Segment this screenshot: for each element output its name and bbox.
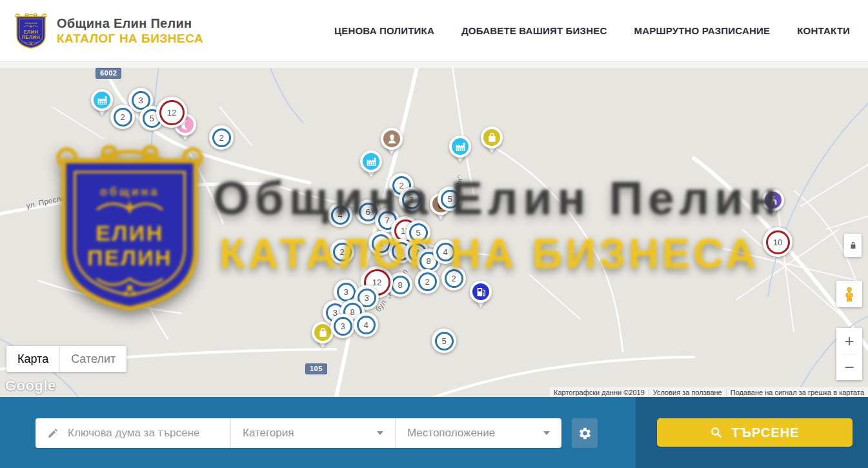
municipality-crest-logo — [14, 11, 48, 51]
nav-item-contacts[interactable]: КОНТАКТИ — [797, 25, 850, 36]
brand[interactable]: Община Елин Пелин КАТАЛОГ НА БИЗНЕСА — [14, 11, 203, 51]
bag-icon — [481, 127, 503, 148]
markers-layer: 32512223546713542278422812333834510 — [0, 68, 868, 397]
cluster-count: 3 — [364, 293, 368, 303]
map-pin-factory[interactable] — [91, 89, 113, 111]
search-bar: ТЪРСЕНЕ Категория Местоположение — [0, 397, 868, 468]
attribution-copyright: Картографски данни ©2019 — [550, 389, 649, 396]
search-fields: Категория Местоположение — [35, 418, 561, 448]
map-cluster-marker[interactable]: 5 — [432, 329, 456, 353]
map-pin-bag[interactable] — [481, 127, 503, 148]
lock-button[interactable] — [844, 234, 862, 257]
nav-item-pricing-policy[interactable]: ЦЕНОВА ПОЛИТИКА — [334, 25, 434, 36]
brand-title: Община Елин Пелин — [57, 16, 203, 31]
nav-item-add-your-business[interactable]: ДОБАВЕТЕ ВАШИЯТ БИЗНЕС — [461, 25, 607, 36]
cluster-count: 8 — [398, 280, 402, 290]
main-nav: ЦЕНОВА ПОЛИТИКА ДОБАВЕТЕ ВАШИЯТ БИЗНЕС М… — [334, 25, 850, 36]
cluster-count: 4 — [443, 247, 447, 257]
pegman-icon — [841, 286, 858, 303]
map-type-control: Карта Сателит — [6, 346, 126, 372]
header: Община Елин Пелин КАТАЛОГ НА БИЗНЕСА ЦЕН… — [0, 0, 868, 61]
map-cluster-marker[interactable]: 4 — [433, 239, 458, 264]
gear-icon — [578, 427, 592, 440]
cluster-count: 4 — [338, 210, 342, 220]
map-cluster-marker[interactable]: 12 — [156, 97, 187, 128]
factory-icon — [449, 136, 471, 158]
cluster-count: 2 — [398, 247, 403, 256]
cluster-count: 3 — [409, 195, 413, 205]
cluster-count: 12 — [372, 278, 381, 287]
cluster-count: 2 — [451, 274, 456, 283]
fuel-icon — [470, 281, 492, 303]
location-select-label: Местоположение — [407, 427, 495, 440]
cluster-count: 5 — [441, 336, 446, 346]
cluster-count: 12 — [167, 108, 176, 117]
cluster-count: 4 — [378, 239, 383, 249]
map-cluster-marker[interactable]: 2 — [209, 125, 234, 150]
nav-item-route-schedule[interactable]: МАРШРУТНО РАЗПИСАНИЕ — [634, 25, 770, 36]
cluster-count: 6 — [365, 207, 370, 217]
cluster-count: 5 — [416, 228, 420, 238]
lock-icon — [849, 241, 858, 250]
cluster-count: 2 — [399, 181, 403, 190]
map-pin-church[interactable] — [762, 189, 784, 211]
cluster-count: 3 — [340, 321, 345, 331]
street-view-pegman[interactable] — [836, 281, 862, 307]
chevron-down-icon — [377, 431, 383, 438]
category-select[interactable]: Категория — [230, 418, 395, 448]
location-select[interactable]: Местоположение — [395, 418, 561, 448]
cluster-count: 8 — [350, 307, 354, 317]
map-pin-factory[interactable] — [449, 136, 471, 158]
advanced-search-button[interactable] — [572, 418, 598, 448]
worker-icon — [381, 128, 403, 150]
cluster-count: 7 — [385, 216, 389, 225]
cluster-count: 8 — [426, 256, 430, 266]
map-attribution: Картографски данни ©2019 Условия за полз… — [550, 387, 868, 397]
cluster-count: 4 — [363, 320, 368, 330]
map-cluster-marker[interactable]: 4 — [354, 312, 378, 337]
map-cluster-marker[interactable]: 2 — [441, 266, 466, 290]
map-cluster-marker[interactable]: 2 — [110, 105, 135, 129]
search-icon — [710, 426, 723, 439]
map-type-map-button[interactable]: Карта — [6, 346, 60, 372]
map-cluster-marker[interactable]: 3 — [399, 187, 423, 212]
zoom-out-button[interactable]: − — [836, 354, 862, 380]
map-type-satellite-button[interactable]: Сателит — [60, 346, 126, 372]
cluster-count: 10 — [773, 238, 782, 247]
search-button-label: ТЪРСЕНЕ — [731, 425, 799, 440]
factory-icon — [91, 89, 113, 111]
map-pin-worker[interactable] — [381, 128, 403, 150]
map-cluster-marker[interactable]: 10 — [763, 227, 792, 257]
search-button[interactable]: ТЪРСЕНЕ — [657, 418, 853, 447]
map-cluster-marker[interactable]: 5 — [438, 187, 462, 211]
church-icon — [762, 189, 784, 211]
search-bar-right-panel: ТЪРСЕНЕ — [636, 397, 868, 468]
zoom-control: + − — [836, 328, 862, 380]
map-cluster-marker[interactable]: 4 — [328, 203, 352, 227]
zoom-in-button[interactable]: + — [836, 328, 862, 354]
cluster-count: 3 — [138, 96, 143, 105]
pencil-icon — [47, 427, 59, 439]
cluster-count: 2 — [120, 112, 125, 122]
header-divider-strip — [0, 61, 868, 68]
map-pin-fuel[interactable] — [470, 281, 492, 303]
cluster-count: 2 — [339, 247, 344, 257]
cluster-count: 2 — [425, 277, 429, 287]
keyword-field — [35, 418, 230, 448]
google-logo[interactable]: Google — [5, 378, 56, 394]
chevron-down-icon — [543, 431, 550, 438]
report-map-error-link[interactable]: Подаване на сигнал за грешка в картата — [726, 389, 868, 396]
map-cluster-marker[interactable]: 3 — [330, 314, 355, 338]
map-cluster-marker[interactable]: 2 — [415, 269, 439, 294]
map-canvas[interactable]: 6002105ул. Преславции"бул. „Новосел 3251… — [0, 68, 868, 397]
map-pin-factory[interactable] — [360, 150, 382, 172]
cluster-count: 5 — [149, 114, 154, 123]
cluster-count: 2 — [219, 133, 223, 143]
category-select-label: Категория — [243, 427, 294, 440]
brand-text: Община Елин Пелин КАТАЛОГ НА БИЗНЕСА — [57, 16, 203, 46]
brand-subtitle: КАТАЛОГ НА БИЗНЕСА — [57, 32, 203, 46]
terms-of-use-link[interactable]: Условия за ползване — [649, 389, 726, 396]
keyword-input[interactable] — [68, 427, 230, 440]
cluster-count: 3 — [343, 287, 348, 297]
map-cluster-marker[interactable]: 2 — [330, 239, 354, 264]
